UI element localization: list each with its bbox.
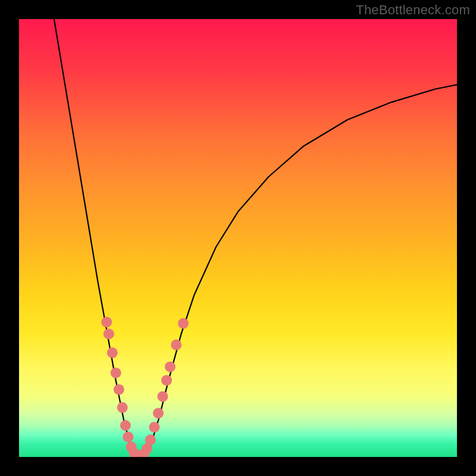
data-point-marker xyxy=(145,434,156,445)
data-point-marker xyxy=(171,340,181,350)
data-point-marker xyxy=(111,368,121,378)
data-point-marker xyxy=(101,317,112,327)
bottleneck-curve-svg xyxy=(19,19,457,457)
data-point-marker xyxy=(114,384,124,395)
data-point-marker xyxy=(161,375,172,386)
data-point-marker xyxy=(123,431,133,442)
chart-frame: TheBottleneck.com xyxy=(0,0,476,476)
data-point-marker xyxy=(153,408,164,418)
data-point-marker xyxy=(117,402,128,413)
data-point-marker xyxy=(120,420,131,431)
data-point-marker xyxy=(178,318,189,329)
marker-group xyxy=(101,317,189,457)
watermark-text: TheBottleneck.com xyxy=(356,2,470,18)
data-point-marker xyxy=(104,328,114,339)
data-point-marker xyxy=(157,391,168,402)
data-point-marker xyxy=(107,347,118,358)
data-point-marker xyxy=(165,361,176,372)
plot-area xyxy=(19,19,457,457)
data-point-marker xyxy=(149,422,159,433)
